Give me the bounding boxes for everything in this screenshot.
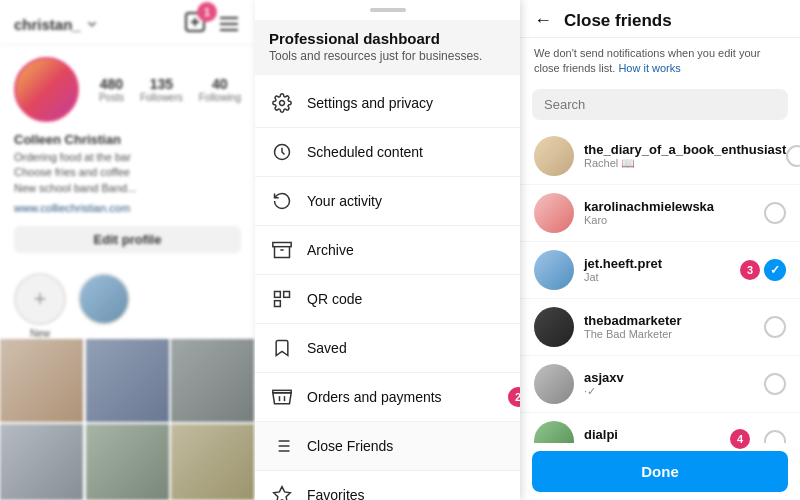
menu-item-archive[interactable]: Archive [255, 226, 520, 275]
friend-info-4: asjaxv ·✓ [584, 370, 764, 398]
menu-label-settings: Settings and privacy [307, 95, 433, 111]
edit-profile-button[interactable]: Edit profile [14, 226, 241, 253]
profile-header: christan_ 1 [0, 0, 255, 45]
username-label: christan_ [14, 16, 81, 33]
svg-marker-31 [274, 487, 291, 500]
menu-label-scheduled: Scheduled content [307, 144, 423, 160]
close-friends-icon [271, 435, 293, 457]
profile-name: Colleen Christian [14, 132, 241, 147]
back-icon[interactable]: ← [534, 10, 552, 31]
menu-label-saved: Saved [307, 340, 347, 356]
cf-notice: We don't send notifications when you edi… [520, 38, 800, 85]
highlight-item-new[interactable]: + New [14, 273, 66, 339]
photo-1[interactable] [0, 339, 83, 422]
friend-name-2: jet.heeft.pret [584, 256, 740, 271]
friend-avatar-0 [534, 136, 574, 176]
friends-list: the_diary_of_a_book_enthusiast Rachel 📖 … [520, 128, 800, 443]
following-stat: 40 Following [199, 76, 241, 103]
friend-item-1[interactable]: karolinachmielewska Karo [520, 185, 800, 242]
friend-radio-3[interactable] [764, 316, 786, 338]
menu-item-activity[interactable]: Your activity [255, 177, 520, 226]
following-label: Following [199, 92, 241, 103]
svg-rect-11 [284, 292, 290, 298]
friend-item-0[interactable]: the_diary_of_a_book_enthusiast Rachel 📖 [520, 128, 800, 185]
friend-radio-0[interactable] [786, 145, 800, 167]
photo-4[interactable] [0, 424, 83, 500]
menu-label-activity: Your activity [307, 193, 382, 209]
friend-avatar-3 [534, 307, 574, 347]
friend-handle-2: Jat [584, 271, 740, 283]
drawer-handle [370, 8, 406, 12]
menu-item-orders[interactable]: Orders and payments 2 [255, 373, 520, 422]
profile-link[interactable]: www.colliechristian.com [14, 202, 241, 214]
add-highlight-icon[interactable]: + [14, 273, 66, 325]
archive-icon [271, 239, 293, 261]
friend-info-0: the_diary_of_a_book_enthusiast Rachel 📖 [584, 142, 786, 170]
friend-handle-1: Karo [584, 214, 764, 226]
friend-item-5[interactable]: dialpi Diego Clarkson [520, 413, 800, 443]
menu-icon[interactable] [217, 12, 241, 36]
friend-item-4[interactable]: asjaxv ·✓ [520, 356, 800, 413]
highlight-label-new: New [14, 328, 66, 339]
posts-count: 480 [99, 76, 124, 92]
friend-avatar-4 [534, 364, 574, 404]
svg-rect-10 [275, 292, 281, 298]
photo-5[interactable] [86, 424, 169, 500]
menu-item-saved[interactable]: Saved [255, 324, 520, 373]
friend-radio-4[interactable] [764, 373, 786, 395]
profile-top: 480 Posts 135 Followers 40 Following [14, 57, 241, 122]
menu-label-qr: QR code [307, 291, 362, 307]
friend-radio-2[interactable] [764, 259, 786, 281]
posts-stat: 480 Posts [99, 76, 124, 103]
photo-3[interactable] [171, 339, 254, 422]
friend-handle-0: Rachel 📖 [584, 157, 786, 170]
verified-icon [85, 17, 99, 31]
left-panel: christan_ 1 [0, 0, 255, 500]
profile-section: 480 Posts 135 Followers 40 Following Col… [0, 45, 255, 226]
menu-label-favorites: Favorites [307, 487, 365, 500]
right-panel: ← Close friends We don't send notificati… [520, 0, 800, 500]
add-icon-wrapper: 1 [183, 10, 207, 38]
activity-icon [271, 190, 293, 212]
avatar [14, 57, 79, 122]
friend-avatar-1 [534, 193, 574, 233]
edit-profile-section: Edit profile [0, 226, 255, 273]
photo-2[interactable] [86, 339, 169, 422]
friend-name-3: thebadmarketer [584, 313, 764, 328]
menu-item-close-friends[interactable]: Close Friends [255, 422, 520, 471]
menu-item-favorites[interactable]: Favorites [255, 471, 520, 500]
middle-panel: Professional dashboard Tools and resourc… [255, 0, 520, 500]
highlight-item-1[interactable] [78, 273, 130, 339]
professional-dashboard[interactable]: Professional dashboard Tools and resourc… [255, 20, 520, 75]
following-count: 40 [199, 76, 241, 92]
close-friends-header: ← Close friends [520, 0, 800, 38]
close-friends-title: Close friends [564, 11, 672, 31]
followers-count: 135 [140, 76, 183, 92]
svg-rect-8 [273, 243, 291, 247]
photo-6[interactable] [171, 424, 254, 500]
menu-item-scheduled[interactable]: Scheduled content [255, 128, 520, 177]
saved-icon [271, 337, 293, 359]
search-input[interactable] [532, 89, 788, 120]
friend-item-2[interactable]: jet.heeft.pret Jat 3 [520, 242, 800, 299]
menu-item-qr[interactable]: QR code [255, 275, 520, 324]
menu-item-settings[interactable]: Settings and privacy [255, 79, 520, 128]
friend-radio-5[interactable] [764, 430, 786, 443]
menu-label-orders: Orders and payments [307, 389, 442, 405]
settings-icon [271, 92, 293, 114]
highlights-row: + New [0, 273, 255, 339]
friend-item-3[interactable]: thebadmarketer The Bad Marketer [520, 299, 800, 356]
svg-point-6 [280, 101, 285, 106]
how-it-works-link[interactable]: How it works [618, 62, 680, 74]
menu-list: Settings and privacy Scheduled content Y… [255, 79, 520, 500]
annotation-badge-1: 1 [197, 2, 217, 22]
done-button[interactable]: Done [532, 451, 788, 492]
highlight-circle-1 [78, 273, 130, 325]
favorites-icon [271, 484, 293, 500]
friend-radio-1[interactable] [764, 202, 786, 224]
orders-icon [271, 386, 293, 408]
friend-avatar-5 [534, 421, 574, 443]
radio-with-badge: 3 [740, 259, 786, 281]
header-actions: 1 [183, 10, 241, 38]
friend-info-1: karolinachmielewska Karo [584, 199, 764, 226]
